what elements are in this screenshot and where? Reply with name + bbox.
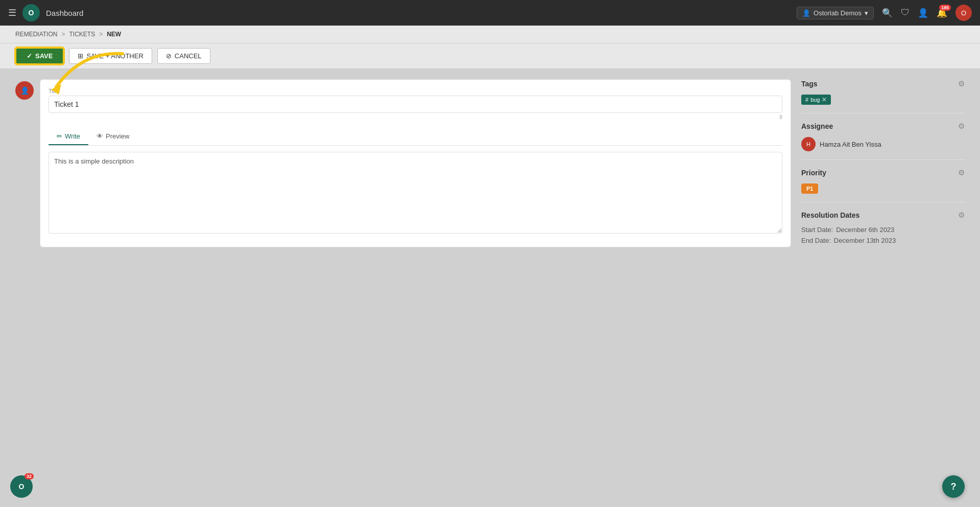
- shield-button[interactable]: 🛡: [901, 8, 910, 18]
- priority-badge: P1: [801, 183, 818, 194]
- end-date-label: End Date:: [801, 237, 831, 244]
- ticket-form: Title 8 ✏ Write 👁 Preview This is a simp…: [40, 79, 791, 247]
- tags-section: Tags ⚙ # bug ✕: [801, 79, 965, 105]
- start-date-row: Start Date: December 6th 2023: [801, 226, 965, 234]
- char-count: 8: [49, 114, 782, 120]
- breadcrumb-tickets[interactable]: TICKETS: [69, 31, 95, 38]
- priority-header: Priority ⚙: [801, 168, 965, 177]
- assignee-title: Assignee: [801, 122, 833, 130]
- tag-bug: # bug ✕: [801, 95, 831, 105]
- save-label: SAVE: [35, 52, 53, 60]
- title-field-wrapper: Title 8: [49, 88, 782, 120]
- search-button[interactable]: 🔍: [882, 8, 893, 18]
- bottom-badge: 32: [25, 473, 34, 479]
- preview-tab-label: Preview: [106, 132, 129, 140]
- cancel-button[interactable]: ⊘ CANCEL: [157, 48, 210, 64]
- title-input[interactable]: [49, 96, 782, 113]
- hamburger-icon[interactable]: ☰: [8, 7, 16, 18]
- description-textarea[interactable]: This is a simple description: [49, 152, 782, 234]
- save-check-icon: ✓: [27, 52, 32, 60]
- tags-title: Tags: [801, 80, 818, 88]
- write-tab[interactable]: ✏ Write: [49, 128, 88, 145]
- resolution-section: Resolution Dates ⚙ Start Date: December …: [801, 211, 965, 244]
- cancel-icon: ⊘: [166, 52, 172, 60]
- workspace-selector[interactable]: 👤 Ostorlab Demos ▾: [797, 7, 874, 19]
- write-icon: ✏: [57, 132, 62, 140]
- editor-tabs: ✏ Write 👁 Preview: [49, 128, 782, 146]
- start-date-value: December 6th 2023: [836, 226, 894, 234]
- tags-header: Tags ⚙: [801, 79, 965, 88]
- resolution-header: Resolution Dates ⚙: [801, 211, 965, 220]
- priority-gear-icon[interactable]: ⚙: [958, 168, 965, 177]
- end-date-value: December 13th 2023: [834, 237, 896, 244]
- workspace-name: Ostorlab Demos: [814, 9, 862, 17]
- user-avatar-side: 👤: [15, 81, 34, 100]
- nav-right: 👤 Ostorlab Demos ▾ 🔍 🛡 👤 🔔 185 O: [797, 5, 972, 21]
- workspace-chevron-icon: ▾: [865, 9, 868, 17]
- tag-hash-icon: #: [805, 97, 808, 103]
- breadcrumb-remediation[interactable]: REMEDIATION: [15, 31, 57, 38]
- assignee-header: Assignee ⚙: [801, 122, 965, 131]
- assignee-section: Assignee ⚙ H Hamza Ait Ben Yissa: [801, 122, 965, 151]
- tags-list: # bug ✕: [801, 95, 965, 105]
- tags-gear-icon[interactable]: ⚙: [958, 79, 965, 88]
- save-another-button[interactable]: ⊞ SAVE + ANOTHER: [69, 48, 152, 64]
- priority-title: Priority: [801, 169, 826, 177]
- breadcrumb-new: NEW: [107, 31, 121, 38]
- breadcrumb-sep-1: >: [61, 31, 65, 38]
- breadcrumb-sep-2: >: [99, 31, 103, 38]
- write-tab-label: Write: [65, 132, 80, 140]
- priority-section: Priority ⚙ P1: [801, 168, 965, 194]
- resolution-title: Resolution Dates: [801, 211, 859, 219]
- action-bar: ✓ SAVE ⊞ SAVE + ANOTHER ⊘ CANCEL: [0, 43, 980, 69]
- left-panel: 👤 Title 8 ✏ Write 👁 Preview This i: [15, 79, 791, 247]
- divider-2: [801, 159, 965, 160]
- help-button[interactable]: ?: [942, 475, 965, 498]
- tag-label: bug: [810, 97, 820, 103]
- assignee-name: Hamza Ait Ben Yissa: [820, 141, 881, 148]
- right-panel: Tags ⚙ # bug ✕ Assignee ⚙ H Hamza Ait Be…: [801, 79, 965, 247]
- nav-left: ☰ O Dashboard: [8, 4, 83, 21]
- workspace-person-icon: 👤: [802, 9, 810, 17]
- assignee-gear-icon[interactable]: ⚙: [958, 122, 965, 131]
- divider-1: [801, 113, 965, 113]
- top-navigation: ☰ O Dashboard 👤 Ostorlab Demos ▾ 🔍 🛡 👤 🔔…: [0, 0, 980, 26]
- main-content: 👤 Title 8 ✏ Write 👁 Preview This i: [0, 69, 980, 258]
- save-another-label: SAVE + ANOTHER: [86, 52, 143, 60]
- bottom-logo-text: O: [19, 482, 25, 491]
- save-another-icon: ⊞: [78, 52, 83, 60]
- divider-3: [801, 202, 965, 202]
- breadcrumb: REMEDIATION > TICKETS > NEW: [0, 26, 980, 43]
- save-button[interactable]: ✓ SAVE: [15, 48, 64, 64]
- preview-tab[interactable]: 👁 Preview: [88, 128, 137, 145]
- app-logo: O: [22, 4, 40, 21]
- bottom-left-logo[interactable]: O 32: [10, 475, 33, 498]
- end-date-row: End Date: December 13th 2023: [801, 237, 965, 244]
- bell-button[interactable]: 🔔 185: [937, 8, 947, 18]
- notification-badge: 185: [939, 5, 951, 11]
- assignee-avatar: H: [801, 137, 816, 151]
- title-label: Title: [49, 88, 782, 94]
- start-date-label: Start Date:: [801, 226, 833, 234]
- assignee-row: H Hamza Ait Ben Yissa: [801, 137, 965, 151]
- user-avatar[interactable]: O: [955, 5, 972, 21]
- tag-remove-icon[interactable]: ✕: [822, 96, 827, 103]
- app-title: Dashboard: [46, 9, 83, 17]
- resolution-gear-icon[interactable]: ⚙: [958, 211, 965, 220]
- help-icon: ?: [951, 481, 957, 492]
- person-button[interactable]: 👤: [918, 8, 928, 18]
- cancel-label: CANCEL: [175, 52, 202, 60]
- preview-icon: 👁: [97, 132, 103, 140]
